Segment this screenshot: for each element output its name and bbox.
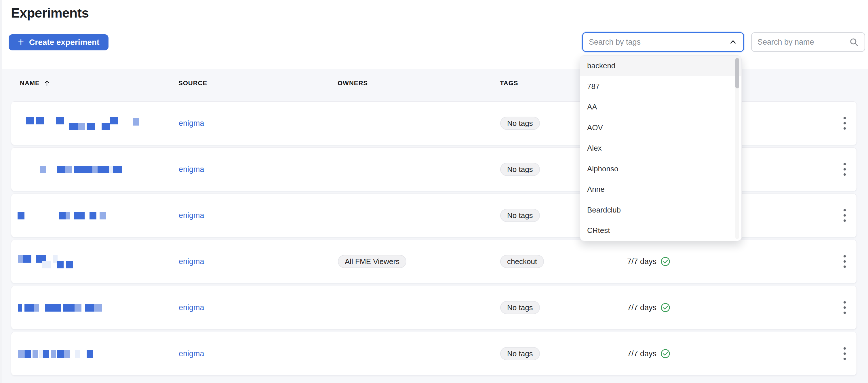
source-link[interactable]: enigma (179, 286, 204, 329)
days-cell: 7/7 days (558, 286, 670, 329)
kebab-menu-button[interactable] (839, 194, 850, 237)
tags-cell: No tags (500, 286, 540, 329)
days-cell: 7/7 days (558, 332, 670, 375)
no-tags-pill: No tags (500, 301, 540, 314)
tag-search-placeholder: Search by tags (589, 38, 729, 47)
sort-ascending-icon (43, 80, 51, 87)
check-circle-icon (660, 257, 670, 266)
source-link[interactable]: enigma (179, 240, 204, 283)
check-circle-icon (660, 349, 670, 358)
table-row[interactable]: enigma No tags 7/7 days (11, 332, 857, 376)
no-tags-pill: No tags (500, 117, 540, 130)
chevron-up-icon[interactable] (729, 38, 737, 47)
tags-cell: No tags (500, 194, 540, 237)
owners-header-label: OWNERS (338, 80, 368, 87)
tags-header-label: TAGS (500, 80, 518, 87)
source-link[interactable]: enigma (179, 102, 204, 145)
tag-search-dropdown: backend 787 AA AOV Alex Alphonso Anne Be… (580, 55, 742, 241)
redacted-experiment-name (18, 301, 173, 315)
column-header-source[interactable]: SOURCE (179, 80, 207, 87)
no-tags-pill: No tags (500, 347, 540, 360)
kebab-menu-button[interactable] (839, 240, 850, 283)
redacted-experiment-name (18, 255, 173, 268)
tag-pill: checkout (500, 255, 544, 268)
kebab-menu-button[interactable] (839, 102, 850, 145)
source-header-label: SOURCE (179, 80, 207, 87)
tag-option-crtest[interactable]: CRtest (580, 220, 741, 241)
days-label: 7/7 days (627, 257, 656, 266)
name-header-label: NAME (20, 80, 40, 87)
name-search-placeholder: Search by name (757, 38, 849, 47)
tags-cell: No tags (500, 102, 540, 145)
tag-option-aov[interactable]: AOV (580, 117, 741, 138)
tags-cell: No tags (500, 148, 540, 191)
no-tags-pill: No tags (500, 163, 540, 176)
column-header-name[interactable]: NAME (20, 80, 51, 87)
days-label: 7/7 days (627, 349, 656, 358)
search-by-tags-input[interactable]: Search by tags (582, 32, 744, 52)
owners-cell: All FME Viewers (338, 240, 406, 283)
kebab-menu-button[interactable] (839, 332, 850, 375)
table-row[interactable]: enigma No tags 7/7 days (11, 286, 857, 329)
tag-option-anne[interactable]: Anne (580, 179, 741, 200)
kebab-menu-button[interactable] (839, 148, 850, 191)
no-tags-pill: No tags (500, 209, 540, 222)
kebab-menu-button[interactable] (839, 286, 850, 329)
tag-option-alphonso[interactable]: Alphonso (580, 159, 741, 179)
column-header-tags[interactable]: TAGS (500, 80, 518, 87)
check-circle-icon (660, 303, 670, 313)
create-experiment-label: Create experiment (29, 38, 99, 47)
tags-cell: checkout (500, 240, 544, 283)
redacted-experiment-name (18, 347, 173, 360)
dropdown-scrollbar-track[interactable] (735, 58, 739, 239)
days-label: 7/7 days (627, 303, 656, 312)
tag-option-backend[interactable]: backend (580, 56, 741, 76)
plus-icon: + (18, 37, 24, 47)
source-link[interactable]: enigma (179, 332, 204, 375)
tag-option-aa[interactable]: AA (580, 97, 741, 117)
tags-cell: No tags (500, 332, 540, 375)
dropdown-scrollbar-thumb[interactable] (735, 58, 739, 88)
source-link[interactable]: enigma (179, 194, 204, 237)
create-experiment-button[interactable]: + Create experiment (9, 34, 108, 50)
tag-option-beardclub[interactable]: Beardclub (580, 200, 741, 220)
tag-option-alex[interactable]: Alex (580, 138, 741, 159)
redacted-experiment-name (18, 208, 173, 222)
source-link[interactable]: enigma (179, 148, 204, 191)
tag-option-787[interactable]: 787 (580, 76, 741, 97)
window-left-edge (0, 0, 2, 383)
table-row[interactable]: enigma All FME Viewers checkout 7/7 days (11, 240, 857, 283)
days-cell: 7/7 days (558, 240, 670, 283)
owner-pill: All FME Viewers (338, 255, 406, 268)
search-by-name-input[interactable]: Search by name (751, 32, 865, 52)
page-title: Experiments (11, 5, 89, 21)
search-icon (849, 37, 859, 47)
redacted-experiment-name (18, 163, 173, 176)
redacted-experiment-name (18, 116, 173, 130)
column-header-owners[interactable]: OWNERS (338, 80, 368, 87)
